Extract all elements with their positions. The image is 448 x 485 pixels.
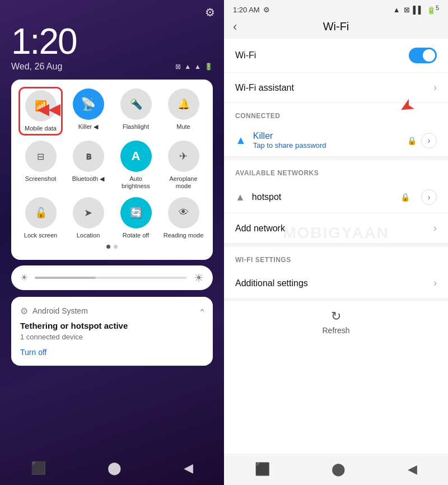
dot-1 xyxy=(106,245,110,249)
add-network-label: Add network xyxy=(235,223,285,234)
additional-settings-label: Additional settings xyxy=(235,278,308,288)
qs-item-aeroplane[interactable]: ✈ Aeroplane mode xyxy=(163,141,204,190)
notif-header: ⚙ Android System ^ xyxy=(20,306,204,316)
reading-mode-icon-circle: 👁 xyxy=(168,197,199,228)
add-network-chevron: › xyxy=(433,222,437,234)
qs-item-reading-mode[interactable]: 👁 Reading mode xyxy=(163,197,204,239)
add-network-row[interactable]: Add network › xyxy=(224,213,448,244)
qs-item-location[interactable]: ➤ Location xyxy=(68,197,109,239)
right-panel: 1:20 AM ⚙ ▲ ⊠ ▌▌ 🔋5 ‹ Wi-Fi Wi-Fi xyxy=(224,0,448,485)
available-section-label: AVAILABLE NETWORKS xyxy=(224,160,448,181)
network-sub: Tap to share password xyxy=(253,141,400,150)
reading-mode-icon: 👁 xyxy=(179,207,189,218)
hotspot-wifi-icon: ▲ xyxy=(235,192,245,203)
android-system-icon: ⚙ xyxy=(20,306,28,316)
killer-icon: 📡 xyxy=(81,97,96,111)
nav-back-left[interactable]: ◀ xyxy=(184,461,193,475)
network-icons: 🔒 › xyxy=(407,133,437,148)
hotspot-lock-icon: 🔒 xyxy=(400,193,410,202)
brightness-high-icon: ☀ xyxy=(194,271,204,285)
brightness-slider[interactable] xyxy=(35,277,187,279)
bluetooth-icon: ʙ xyxy=(86,150,91,162)
qs-item-flashlight[interactable]: 🔦 Flashlight xyxy=(115,88,156,134)
bluetooth-icon-circle: ʙ xyxy=(73,141,104,172)
wifi-toggle-label: Wi-Fi xyxy=(235,50,256,60)
status-bars-icon: ▌▌ xyxy=(413,6,423,14)
nav-bar-left: ⬛ ⬤ ◀ xyxy=(0,451,224,485)
qs-item-mute[interactable]: 🔔 Mute xyxy=(163,88,204,134)
qs-item-rotate-off[interactable]: 🔄 Rotate off xyxy=(115,197,156,239)
qs-item-lock-screen[interactable]: 🔓 Lock screen xyxy=(20,197,61,239)
network-chevron-btn[interactable]: › xyxy=(421,133,437,148)
killer-icon-circle: 📡 xyxy=(73,88,104,120)
status-bar-left: ⚙ xyxy=(0,0,224,21)
qs-item-killer[interactable]: 📡 Killer ◀ ◀◀ xyxy=(68,88,109,134)
flashlight-icon-circle: 🔦 xyxy=(120,88,152,120)
reading-mode-label: Reading mode xyxy=(164,232,204,239)
location-label: Location xyxy=(77,232,100,239)
wifi-settings-section-label: WI-FI SETTINGS xyxy=(224,247,448,268)
screenshot-icon: ⊟ xyxy=(37,151,44,162)
auto-brightness-label: Auto brightness xyxy=(115,175,156,190)
notif-caret: ^ xyxy=(200,307,204,315)
battery-icon: 🔋5 xyxy=(427,4,439,15)
wifi-toggle-switch[interactable] xyxy=(409,48,437,63)
qs-item-screenshot[interactable]: ⊟ Screenshot xyxy=(20,141,61,190)
brightness-low-icon: ☀ xyxy=(20,272,28,283)
rotate-off-icon: 🔄 xyxy=(130,207,142,219)
dot-2 xyxy=(114,245,118,249)
dot-indicator xyxy=(20,245,204,251)
status-x-icon: ⊠ xyxy=(404,6,410,14)
mobile-data-label: Mobile data xyxy=(25,125,57,132)
network-name: Killer xyxy=(253,131,400,141)
flashlight-label: Flashlight xyxy=(123,123,149,130)
wifi-settings-section: WI-FI SETTINGS Additional settings › xyxy=(224,244,448,298)
connected-wifi-icon: ▲ xyxy=(235,134,246,147)
auto-brightness-icon-circle: A xyxy=(120,141,152,172)
network-info: Killer Tap to share password xyxy=(253,131,400,150)
qs-item-auto-brightness[interactable]: A Auto brightness xyxy=(115,141,156,190)
mute-icon-circle: 🔔 xyxy=(168,88,199,120)
wifi-signal-icon: ▲ xyxy=(393,6,400,14)
hotspot-row[interactable]: ▲ hotspot 🔒 › xyxy=(224,181,448,213)
mute-icon: 🔔 xyxy=(178,98,190,110)
wifi-assistant-label: Wi-Fi assistant xyxy=(235,83,294,93)
qs-item-bluetooth[interactable]: ʙ Bluetooth ◀ xyxy=(68,141,109,190)
status-time: 1:20 AM xyxy=(233,6,260,14)
nav-home-right[interactable]: ⬤ xyxy=(332,462,346,477)
clock-time: 1:20 xyxy=(11,24,213,59)
additional-settings-chevron: › xyxy=(433,277,437,289)
aeroplane-icon: ✈ xyxy=(179,150,188,162)
nav-square-left[interactable]: ⬛ xyxy=(31,461,46,475)
wifi-content: Wi-Fi Wi-Fi assistant › CONNECTED ▲ Kill… xyxy=(224,39,448,454)
notif-app-name: Android System xyxy=(32,306,196,315)
flashlight-icon: 🔦 xyxy=(130,98,142,110)
gear-icon[interactable]: ⚙ xyxy=(205,6,215,19)
nav-back-right[interactable]: ◀ xyxy=(408,462,417,477)
brightness-bar: ☀ ☀ xyxy=(11,265,213,290)
brightness-fill xyxy=(35,277,96,279)
notif-sub: 1 connected device xyxy=(20,333,204,341)
nav-square-right[interactable]: ⬛ xyxy=(255,462,270,477)
auto-brightness-icon: A xyxy=(132,149,141,164)
status-bar-right: 1:20 AM ⚙ ▲ ⊠ ▌▌ 🔋5 xyxy=(224,0,448,17)
notification-card: ⚙ Android System ^ Tethering or hotspot … xyxy=(11,297,213,366)
date-text: Wed, 26 Aug xyxy=(11,62,62,72)
connected-network-row[interactable]: ▲ Killer Tap to share password 🔒 › ➤ xyxy=(224,124,448,157)
nav-home-left[interactable]: ⬤ xyxy=(108,461,122,475)
lock-screen-icon: 🔓 xyxy=(35,207,47,219)
wifi-assistant-row[interactable]: Wi-Fi assistant › xyxy=(224,73,448,103)
killer-label: Killer ◀ xyxy=(78,123,99,130)
hotspot-label: hotspot xyxy=(252,192,394,202)
refresh-label: Refresh xyxy=(322,326,349,335)
aeroplane-label: Aeroplane mode xyxy=(163,175,204,190)
hotspot-chevron-btn[interactable]: › xyxy=(421,189,437,205)
back-button[interactable]: ‹ xyxy=(233,20,237,34)
rotate-off-label: Rotate off xyxy=(123,232,150,239)
refresh-section[interactable]: ↻ Refresh xyxy=(224,298,448,343)
additional-settings-row[interactable]: Additional settings › xyxy=(224,268,448,298)
location-icon-circle: ➤ xyxy=(73,197,104,228)
lock-screen-label: Lock screen xyxy=(24,232,57,239)
location-icon: ➤ xyxy=(84,207,92,219)
turn-off-button[interactable]: Turn off xyxy=(20,348,204,357)
